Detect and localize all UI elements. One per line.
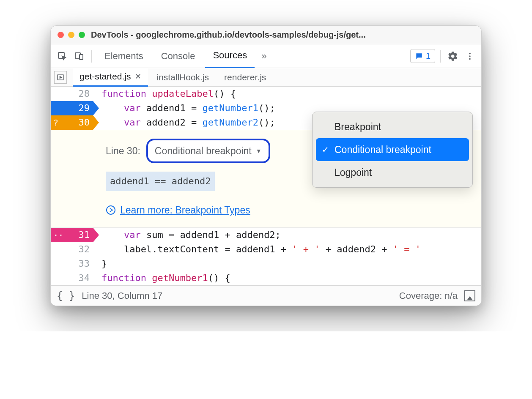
kebab-menu-icon[interactable]: [463, 49, 477, 63]
coverage-status: Coverage: n/a: [399, 290, 458, 301]
settings-icon[interactable]: [446, 49, 460, 63]
close-tab-icon[interactable]: ✕: [135, 72, 141, 81]
menu-item-breakpoint[interactable]: Breakpoint: [316, 115, 469, 138]
status-bar: { } Line 30, Column 17 Coverage: n/a: [51, 285, 481, 306]
tab-console[interactable]: Console: [154, 44, 203, 68]
file-tab-get-started[interactable]: get-started.js ✕: [73, 68, 148, 87]
issues-icon: [415, 52, 423, 60]
file-tab-renderer[interactable]: renderer.js: [217, 68, 273, 87]
line-number[interactable]: 32: [51, 242, 93, 257]
tab-sources[interactable]: Sources: [205, 44, 255, 68]
line-number[interactable]: 28: [51, 87, 93, 101]
menu-item-logpoint[interactable]: Logpoint: [316, 161, 469, 184]
code-line: function updateLabel() {: [93, 87, 481, 101]
file-tabs: get-started.js ✕ installHook.js renderer…: [51, 68, 481, 87]
window-title: DevTools - googlechrome.github.io/devtoo…: [91, 30, 474, 40]
svg-marker-7: [60, 76, 62, 78]
svg-point-4: [469, 55, 471, 57]
issues-count: 1: [426, 51, 431, 61]
breakpoint-type-select[interactable]: Conditional breakpoint ▼: [146, 139, 270, 163]
chevron-down-icon: ▼: [256, 144, 262, 158]
devtools-window: DevTools - googlechrome.github.io/devtoo…: [50, 25, 482, 306]
device-toggle-icon[interactable]: [72, 49, 86, 63]
breakpoint-line-label: Line 30:: [106, 144, 140, 158]
separator: [91, 50, 92, 63]
code-line: }: [93, 257, 481, 271]
file-tab-installhook[interactable]: installHook.js: [150, 68, 216, 87]
line-number[interactable]: 33: [51, 257, 93, 271]
code-editor[interactable]: 28 function updateLabel() { 29 var adden…: [51, 87, 481, 285]
svg-rect-2: [80, 55, 83, 60]
minimize-window-button[interactable]: [68, 32, 74, 38]
breakpoint-condition-input[interactable]: addend1 == addend2: [106, 172, 215, 191]
maximize-window-button[interactable]: [79, 32, 85, 38]
titlebar: DevTools - googlechrome.github.io/devtoo…: [51, 26, 481, 44]
line-number[interactable]: 34: [51, 271, 93, 285]
breakpoint-editor: Line 30: Conditional breakpoint ▼ addend…: [51, 130, 481, 228]
svg-point-5: [469, 58, 471, 60]
breakpoint-marker-conditional[interactable]: ?30: [51, 115, 93, 130]
window-controls: [58, 32, 85, 38]
arrow-right-circle-icon: [106, 205, 116, 215]
drawer-toggle-icon[interactable]: [464, 290, 475, 301]
tab-elements[interactable]: Elements: [97, 44, 151, 68]
inspect-element-icon[interactable]: [55, 49, 69, 63]
breakpoint-marker-logpoint[interactable]: ··31: [51, 228, 93, 242]
cursor-position: Line 30, Column 17: [82, 290, 162, 301]
navigator-toggle-icon[interactable]: [54, 71, 67, 84]
svg-point-3: [469, 52, 471, 54]
code-line: var sum = addend1 + addend2;: [93, 228, 481, 242]
code-line: function getNumber1() {: [93, 271, 481, 285]
code-line: label.textContent = addend1 + ' + ' + ad…: [93, 242, 481, 257]
separator: [440, 50, 441, 63]
panel-toolbar: Elements Console Sources » 1: [51, 44, 481, 68]
close-window-button[interactable]: [58, 32, 64, 38]
pretty-print-icon[interactable]: { }: [57, 290, 75, 302]
breakpoint-type-menu: Breakpoint Conditional breakpoint Logpoi…: [312, 112, 473, 188]
menu-item-conditional-breakpoint[interactable]: Conditional breakpoint: [316, 138, 469, 161]
more-tabs-icon[interactable]: »: [257, 51, 271, 62]
learn-more-text: Learn more: Breakpoint Types: [120, 203, 250, 217]
svg-point-8: [107, 206, 115, 214]
breakpoint-marker-blue[interactable]: 29: [51, 101, 93, 115]
file-tab-label: get-started.js: [80, 71, 131, 82]
breakpoint-type-value: Conditional breakpoint: [155, 144, 252, 158]
learn-more-link[interactable]: Learn more: Breakpoint Types: [106, 203, 473, 217]
issues-badge[interactable]: 1: [410, 49, 435, 63]
